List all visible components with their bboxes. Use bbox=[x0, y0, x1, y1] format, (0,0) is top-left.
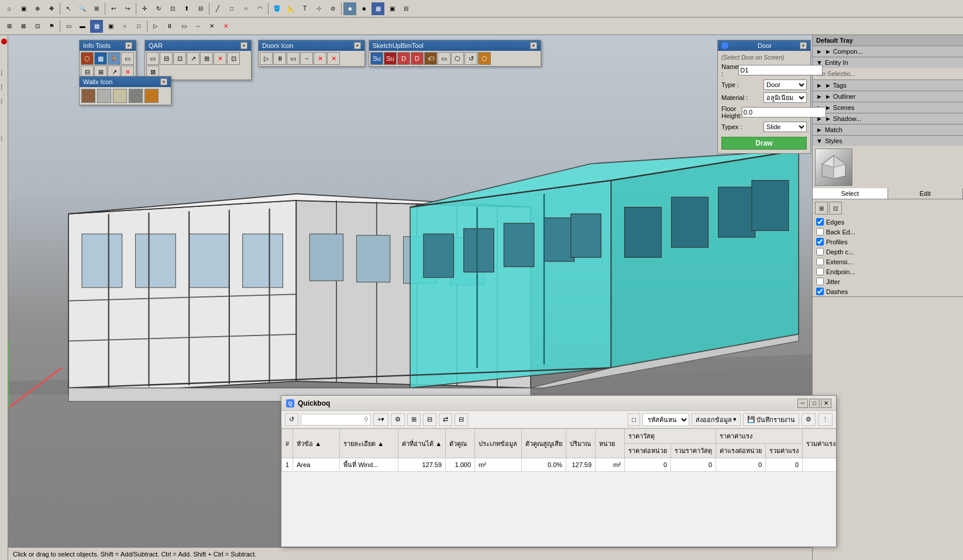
toolbar-btn-rect[interactable]: □ bbox=[225, 2, 238, 15]
toolbar2-btn15[interactable]: ✕ bbox=[205, 20, 218, 33]
door-type-select[interactable]: Door Window Opening bbox=[763, 79, 807, 90]
doorx-btn-3[interactable]: ▭ bbox=[287, 52, 300, 65]
quickboq-export-btn[interactable]: ส่งออกข้อมูล ▾ bbox=[692, 413, 741, 426]
wallx-item-2[interactable] bbox=[97, 89, 111, 103]
toolbar-btn-scale[interactable]: ⊡ bbox=[166, 2, 179, 15]
doorx-btn-4[interactable]: → bbox=[300, 52, 313, 65]
info-tools-panel-header[interactable]: Info Tools × bbox=[80, 40, 136, 51]
toolbar-btn-page[interactable]: ▣ bbox=[17, 2, 30, 15]
door-name-input[interactable] bbox=[738, 65, 823, 75]
door-floor-input[interactable] bbox=[742, 107, 826, 117]
tray-match-header[interactable]: ► Match bbox=[813, 125, 963, 135]
doorx-close-btn[interactable]: × bbox=[354, 42, 361, 49]
qar-btn-7[interactable]: ⊡ bbox=[227, 52, 240, 65]
wallx-item-4[interactable] bbox=[129, 89, 143, 103]
quickboq-share-btn[interactable]: ⇄ bbox=[439, 413, 452, 426]
th-value[interactable]: ค่าที่อ่านได้ ▲ bbox=[398, 429, 446, 458]
toolbar2-btn6[interactable]: ▬ bbox=[76, 20, 89, 33]
toolbar-btn-undo[interactable]: ↩ bbox=[107, 2, 120, 15]
quickboq-table-wrapper[interactable]: # หัวข้อ ▲ รายละเอียด ▲ ค่าที่อ่านได้ ▲ … bbox=[281, 428, 836, 547]
doorx-btn-5[interactable]: ✕ bbox=[314, 52, 326, 65]
toolbar-btn-style3[interactable]: ▦ bbox=[372, 2, 384, 15]
left-sidebar-btn1[interactable] bbox=[1, 39, 7, 44]
checkbox-depth-cue-input[interactable] bbox=[816, 248, 824, 255]
toolbar2-btn12[interactable]: ⏸ bbox=[163, 20, 176, 33]
qar-btn-1[interactable]: ▭ bbox=[146, 52, 159, 65]
wallx-close-btn[interactable]: × bbox=[160, 78, 167, 85]
sketchup-btn-2[interactable]: Su bbox=[384, 52, 397, 65]
tray-scenes-header[interactable]: ► ► Scenes bbox=[813, 102, 963, 113]
toolbar-btn-arc[interactable]: ◠ bbox=[253, 2, 266, 15]
sketchup-btn-1[interactable]: Su bbox=[370, 52, 383, 65]
toolbar-btn-home[interactable]: ⌂ bbox=[3, 2, 16, 15]
toolbar-btn-zoom[interactable]: 🔍 bbox=[76, 2, 89, 15]
tray-components-header[interactable]: ► ► Compon... bbox=[813, 46, 963, 57]
door-panel-header[interactable]: Door × bbox=[718, 40, 810, 51]
quickboq-plus-btn[interactable]: +▾ bbox=[373, 413, 388, 426]
door-typex-select[interactable]: Slide Swing Fixed bbox=[763, 122, 807, 132]
sketchup-btn-4[interactable]: D bbox=[411, 52, 424, 65]
doorx-btn-1[interactable]: ▷ bbox=[260, 52, 273, 65]
sketchup-panel-header[interactable]: SketchUpBimTool × bbox=[369, 40, 541, 51]
toolbar-btn-redo[interactable]: ↪ bbox=[121, 2, 134, 15]
toolbar-btn-style5[interactable]: ⊟ bbox=[400, 2, 412, 15]
toolbar2-btn13[interactable]: ▭ bbox=[177, 20, 190, 33]
checkbox-extension-input[interactable] bbox=[816, 258, 824, 265]
toolbar-btn-style4[interactable]: ▣ bbox=[386, 2, 398, 15]
quickboq-search-input[interactable] bbox=[301, 414, 371, 426]
quickboq-minimize-btn[interactable]: ─ bbox=[797, 399, 808, 408]
wallx-item-5[interactable] bbox=[145, 89, 159, 103]
toolbar2-btn11[interactable]: ▷ bbox=[149, 20, 162, 33]
styles-preview-thumbnail[interactable] bbox=[815, 148, 852, 186]
toolbar-btn-text[interactable]: T bbox=[298, 2, 311, 15]
sketchup-btn-8[interactable]: ↺ bbox=[465, 52, 477, 65]
toolbar-btn-select[interactable]: ↖ bbox=[62, 2, 75, 15]
quickboq-dots-btn[interactable]: ⋮ bbox=[818, 413, 833, 426]
wallx-item-1[interactable] bbox=[81, 89, 95, 103]
tray-tags-header[interactable]: ► ► Tags bbox=[813, 80, 963, 91]
style-icon-btn2[interactable]: ⊡ bbox=[829, 202, 842, 215]
door-panel-close-btn[interactable]: × bbox=[800, 42, 807, 49]
quickboq-export-icon-btn[interactable]: ⊟ bbox=[455, 413, 468, 426]
left-sidebar-btn5[interactable]: | bbox=[1, 134, 8, 147]
quickboq-gear-btn[interactable]: ⚙ bbox=[802, 413, 816, 426]
th-detail[interactable]: รายละเอียด ▲ bbox=[340, 429, 398, 458]
checkbox-dashes-input[interactable] bbox=[816, 288, 824, 295]
info-tools-close-btn[interactable]: × bbox=[125, 42, 132, 49]
left-sidebar-btn4[interactable]: | bbox=[1, 97, 8, 110]
tray-shadows-header[interactable]: ► ► Shadow... bbox=[813, 113, 963, 124]
doorx-btn-2[interactable]: ⏸ bbox=[273, 52, 286, 65]
toolbar2-btn5[interactable]: ▭ bbox=[62, 20, 75, 33]
sketchup-btn-5[interactable]: 🏷 bbox=[424, 52, 437, 65]
toolbar2-btn-red[interactable]: ✕ bbox=[219, 20, 232, 33]
checkbox-profiles-input[interactable] bbox=[816, 238, 824, 246]
toolbar-btn-style2[interactable]: ■ bbox=[357, 2, 370, 15]
quickboq-settings-btn[interactable]: ⚙ bbox=[391, 413, 405, 426]
qar-close-btn[interactable]: × bbox=[240, 42, 247, 49]
tab-edit[interactable]: Edit bbox=[888, 188, 964, 199]
quickboq-close-btn[interactable]: ✕ bbox=[821, 399, 831, 408]
toolbar2-btn10[interactable]: □ bbox=[132, 20, 145, 33]
toolbar-btn-line[interactable]: ╱ bbox=[211, 2, 224, 15]
left-sidebar-btn2[interactable]: | bbox=[1, 69, 8, 82]
toolbar2-btn4[interactable]: ⚑ bbox=[45, 20, 58, 33]
quickboq-grid-btn[interactable]: ⊞ bbox=[407, 413, 421, 426]
info-btn-2[interactable]: ▦ bbox=[94, 52, 107, 65]
qar-btn-4[interactable]: ↗ bbox=[187, 52, 200, 65]
tray-entity-header[interactable]: ▼ Entity In bbox=[813, 57, 963, 68]
qar-btn-2[interactable]: ⊟ bbox=[160, 52, 173, 65]
quickboq-filter-dropdown[interactable]: รหัสค้นหน bbox=[642, 413, 689, 426]
qar-panel-header[interactable]: QAR × bbox=[145, 40, 251, 51]
wallx-item-3[interactable] bbox=[113, 89, 127, 103]
toolbar2-btn2[interactable]: ⊠ bbox=[17, 20, 30, 33]
toolbar-btn-rotate[interactable]: ↻ bbox=[152, 2, 165, 15]
quickboq-view-btn[interactable]: □ bbox=[628, 413, 640, 426]
checkbox-jitter-input[interactable] bbox=[816, 278, 824, 285]
toolbar-btn-pushpull[interactable]: ⬆ bbox=[180, 2, 193, 15]
info-btn-4[interactable]: ▭ bbox=[121, 52, 134, 65]
toolbar2-btn3[interactable]: ⊡ bbox=[31, 20, 44, 33]
checkbox-back-edges-input[interactable] bbox=[816, 228, 824, 236]
toolbar2-btn1[interactable]: ⊞ bbox=[3, 20, 16, 33]
doorx-btn-6[interactable]: ✕ bbox=[327, 52, 340, 65]
toolbar-btn-offset[interactable]: ⊟ bbox=[194, 2, 207, 15]
